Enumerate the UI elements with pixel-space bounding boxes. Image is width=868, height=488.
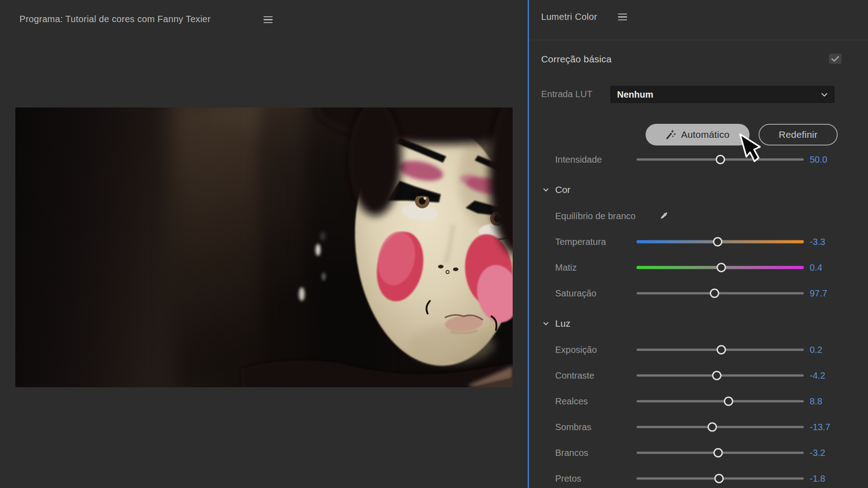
slider-value[interactable]: 8.8	[810, 396, 822, 407]
slider-row-contraste: Contraste -4.2	[529, 369, 868, 382]
slider-row-exposicao: Exposição 0.2	[529, 343, 868, 357]
slider-label: Saturação	[555, 288, 596, 299]
slider-row-pretos: Pretos -1.8	[529, 472, 868, 485]
white-balance-row: Equilíbrio de branco	[529, 209, 868, 223]
slider-handle[interactable]	[710, 289, 719, 298]
program-monitor-title: Programa: Tutorial de cores com Fanny Te…	[19, 14, 211, 24]
slider-track[interactable]	[637, 153, 804, 166]
slider-row-brancos: Brancos -3.2	[529, 446, 868, 460]
slider-track[interactable]	[637, 235, 804, 249]
basic-correction-checkbox[interactable]	[829, 53, 842, 64]
slider-track[interactable]	[637, 261, 804, 274]
slider-label: Brancos	[555, 448, 588, 458]
slider-track[interactable]	[637, 446, 804, 460]
slider-value[interactable]: 97.7	[810, 288, 827, 299]
slider-label: Realces	[555, 396, 588, 407]
slider-handle[interactable]	[712, 371, 722, 380]
slider-row-sombras: Sombras -13.7	[529, 420, 868, 434]
slider-track[interactable]	[637, 369, 804, 382]
slider-value[interactable]: 0.4	[810, 263, 822, 273]
slider-label: Pretos	[555, 474, 581, 484]
panel-menu-icon[interactable]	[618, 14, 627, 20]
slider-track[interactable]	[637, 343, 804, 357]
slider-row-realces: Realces 8.8	[529, 394, 868, 408]
slider-label: Sombras	[555, 422, 591, 432]
slider-value[interactable]: -1.8	[810, 474, 825, 484]
slider-label: Exposição	[555, 345, 597, 355]
auto-button[interactable]: Automático	[646, 124, 750, 145]
white-balance-label: Equilíbrio de branco	[555, 211, 636, 221]
slider-handle[interactable]	[708, 422, 717, 432]
auto-button-label: Automático	[681, 129, 729, 140]
slider-handle[interactable]	[716, 155, 725, 164]
slider-row-saturacao: Saturação 97.7	[529, 286, 868, 300]
slider-label: Intensidade	[555, 155, 602, 165]
check-icon	[831, 56, 839, 62]
slider-track[interactable]	[637, 286, 804, 300]
slider-value[interactable]: -4.2	[810, 371, 825, 381]
program-monitor: Programa: Tutorial de cores com Fanny Te…	[0, 0, 527, 488]
slider-value[interactable]: -3.3	[810, 237, 825, 247]
slider-value[interactable]: -13.7	[810, 422, 830, 432]
chevron-down-icon	[543, 188, 549, 192]
panel-title: Lumetri Color	[541, 12, 597, 22]
video-frame	[15, 108, 513, 387]
input-lut-label: Entrada LUT	[541, 89, 592, 99]
slider-track[interactable]	[637, 394, 804, 408]
slider-value[interactable]: -3.2	[810, 448, 825, 458]
chevron-down-icon	[821, 93, 828, 97]
slider-handle[interactable]	[717, 345, 726, 355]
slider-row-intensidade: Intensidade 50.0	[529, 153, 868, 166]
section-label: Cor	[555, 184, 571, 195]
section-luz[interactable]: Luz	[529, 317, 868, 330]
lumetri-color-panel: Lumetri Color Correção básica Entrada LU…	[529, 0, 868, 488]
section-cor[interactable]: Cor	[529, 183, 868, 197]
magic-wand-icon	[665, 129, 676, 140]
slider-label: Temperatura	[555, 237, 606, 247]
slider-label: Matiz	[555, 263, 577, 273]
basic-correction-header[interactable]: Correção básica	[541, 54, 612, 65]
eyedropper-icon[interactable]	[658, 211, 669, 221]
slider-handle[interactable]	[717, 263, 726, 272]
slider-track[interactable]	[637, 420, 804, 434]
divider	[529, 40, 868, 40]
slider-track[interactable]	[637, 472, 804, 485]
reset-button[interactable]: Redefinir	[759, 124, 838, 145]
slider-row-matiz: Matiz 0.4	[529, 261, 868, 274]
reset-button-label: Redefinir	[779, 129, 818, 140]
slider-value[interactable]: 50.0	[810, 155, 827, 165]
slider-handle[interactable]	[713, 237, 722, 247]
section-label: Luz	[555, 318, 571, 329]
input-lut-value: Nenhum	[617, 89, 653, 100]
slider-row-temperatura: Temperatura -3.3	[529, 235, 868, 249]
program-monitor-menu-icon[interactable]	[264, 16, 273, 23]
slider-handle[interactable]	[714, 474, 724, 483]
slider-handle[interactable]	[724, 397, 733, 406]
input-lut-dropdown[interactable]: Nenhum	[610, 86, 835, 103]
slider-label: Contraste	[555, 371, 594, 381]
slider-value[interactable]: 0.2	[810, 345, 822, 355]
face-illustration	[15, 108, 513, 387]
chevron-down-icon	[543, 322, 549, 325]
slider-handle[interactable]	[713, 448, 723, 458]
